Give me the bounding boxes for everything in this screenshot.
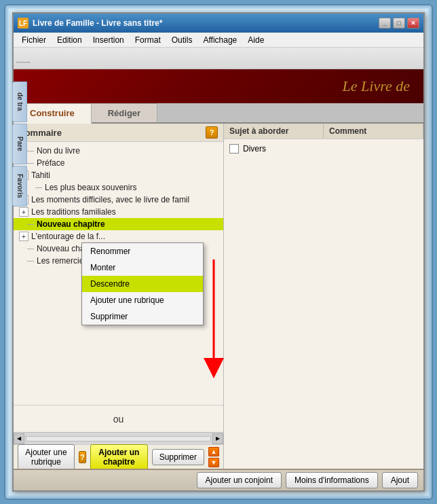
content-area: Sommaire ? Non du livre Préface + Ta bbox=[14, 124, 423, 469]
ajout-button[interactable]: Ajout bbox=[382, 472, 418, 488]
tree-item-tahiti[interactable]: + Tahiti bbox=[14, 169, 223, 181]
menu-format[interactable]: Format bbox=[130, 34, 166, 46]
tree-dash-icon bbox=[27, 163, 34, 164]
tree-item-label: Non du livre bbox=[37, 146, 80, 156]
tree-item-label: Les plus beaux souvenirs bbox=[45, 183, 136, 192]
tree-item-entourage[interactable]: + L'entourage de la f... bbox=[14, 230, 223, 242]
right-panel: Sujet à aborder Comment Divers bbox=[224, 124, 423, 469]
menu-outils[interactable]: Outils bbox=[166, 34, 198, 46]
expand-icon[interactable]: + bbox=[19, 232, 28, 241]
supprimer-button[interactable]: Supprimer bbox=[152, 449, 204, 465]
ctx-ajouter-rubrique[interactable]: Ajouter une rubrique bbox=[82, 292, 203, 308]
tree-item-label: Préface bbox=[37, 158, 64, 168]
ctx-monter[interactable]: Monter bbox=[82, 259, 203, 276]
menu-edition[interactable]: Edition bbox=[52, 34, 88, 46]
tree-item-souvenirs[interactable]: Les plus beaux souvenirs bbox=[14, 181, 223, 194]
side-tab-3[interactable]: Favoris bbox=[12, 166, 27, 206]
col-comment: Comment bbox=[324, 124, 423, 139]
tree-item-traditions[interactable]: + Les traditions familiales bbox=[14, 206, 223, 218]
menu-aide[interactable]: Aide bbox=[242, 34, 269, 46]
tab-rediger[interactable]: Rédiger bbox=[92, 103, 157, 122]
menubar: Fichier Edition Insertion Format Outils … bbox=[14, 33, 423, 48]
tree-dash-icon bbox=[27, 224, 34, 225]
tree-item-label: L'entourage de la f... bbox=[31, 232, 105, 241]
status-bar: Ajouter un conjoint Moins d'informations… bbox=[14, 469, 423, 490]
nav-up-button[interactable]: ▲ bbox=[208, 447, 219, 456]
right-panel-header: Sujet à aborder Comment bbox=[224, 124, 423, 139]
tree-dash-icon bbox=[27, 261, 34, 262]
horizontal-scrollbar[interactable]: ◀ ▶ bbox=[14, 432, 223, 444]
tree-dash-icon bbox=[27, 151, 34, 151]
navigation-buttons: ▲ ▼ bbox=[208, 447, 219, 467]
app-icon: LF bbox=[18, 18, 28, 29]
divers-checkbox[interactable] bbox=[229, 144, 239, 154]
tree-item-moments[interactable]: + Les moments difficiles, avec le livre … bbox=[14, 194, 223, 206]
bottom-ou-area: ou bbox=[14, 405, 223, 432]
side-tab-2[interactable]: Pare bbox=[12, 124, 27, 164]
tree-item-label: Les traditions familiales bbox=[31, 207, 116, 217]
tree-item-preface[interactable]: Préface bbox=[14, 157, 223, 169]
left-panel: Sommaire ? Non du livre Préface + Ta bbox=[14, 124, 224, 469]
titlebar: LF Livre de Famille - Livre sans titre* … bbox=[14, 14, 423, 33]
tree-item-label: Les moments difficiles, avec le livre de… bbox=[31, 195, 189, 204]
ou-text: ou bbox=[113, 414, 124, 425]
minimize-button[interactable]: _ bbox=[379, 18, 391, 29]
tabs-row: Construire Rédiger bbox=[14, 103, 423, 124]
menu-insertion[interactable]: Insertion bbox=[88, 34, 130, 46]
scroll-right-button[interactable]: ▶ bbox=[212, 433, 223, 444]
add-chapitre-button[interactable]: Ajouter un chapitre bbox=[90, 444, 148, 469]
sommaire-header: Sommaire ? bbox=[14, 124, 223, 142]
ctx-descendre[interactable]: Descendre bbox=[82, 276, 203, 292]
window-title: Livre de Famille - Livre sans titre* bbox=[33, 18, 379, 28]
tree-dash-icon bbox=[27, 249, 34, 249]
action-buttons-row: Ajouter une rubrique ? Ajouter un chapit… bbox=[14, 444, 223, 469]
tree-item-non-du-livre[interactable]: Non du livre bbox=[14, 145, 223, 157]
header-deco-text: Le Livre de bbox=[343, 77, 410, 95]
close-button[interactable]: ✕ bbox=[407, 18, 419, 29]
context-menu: Renommer Monter Descendre Ajouter une ru… bbox=[81, 242, 204, 325]
tree-item-label: Tahiti bbox=[31, 170, 50, 180]
header-decoration: Le Livre de bbox=[14, 69, 423, 103]
tree-item-label: Nouveau chapitre bbox=[37, 219, 105, 229]
divers-row: Divers bbox=[227, 142, 421, 156]
action-help-button[interactable]: ? bbox=[79, 451, 86, 463]
maximize-button[interactable]: □ bbox=[393, 18, 405, 29]
titlebar-buttons: _ □ ✕ bbox=[379, 18, 419, 29]
menu-fichier[interactable]: Fichier bbox=[16, 34, 52, 46]
tree-dash-icon bbox=[35, 187, 42, 188]
scroll-left-button[interactable]: ◀ bbox=[14, 433, 24, 444]
expand-icon[interactable]: + bbox=[19, 207, 28, 217]
main-window: LF Livre de Famille - Livre sans titre* … bbox=[12, 12, 425, 492]
ctx-supprimer[interactable]: Supprimer bbox=[82, 308, 203, 325]
nav-down-button[interactable]: ▼ bbox=[208, 458, 219, 467]
toolbar: ⎯⎯⎯ bbox=[14, 48, 423, 69]
scroll-track[interactable] bbox=[26, 436, 211, 442]
menu-affichage[interactable]: Affichage bbox=[197, 34, 242, 46]
help-button[interactable]: ? bbox=[206, 126, 218, 139]
tree-item-nouveau-chapitre[interactable]: Nouveau chapitre bbox=[14, 218, 223, 230]
toolbar-placeholder: ⎯⎯⎯ bbox=[16, 54, 31, 62]
ctx-renommer[interactable]: Renommer bbox=[82, 243, 203, 259]
col-sujet: Sujet à aborder bbox=[224, 124, 324, 139]
ajouter-conjoint-button[interactable]: Ajouter un conjoint bbox=[197, 472, 282, 488]
side-tab-1[interactable]: de tra bbox=[12, 82, 27, 122]
divers-label: Divers bbox=[243, 144, 266, 154]
right-content: Divers bbox=[224, 139, 423, 469]
add-rubrique-button[interactable]: Ajouter une rubrique bbox=[18, 444, 75, 469]
side-tabs: de tra Pare Favoris bbox=[12, 82, 27, 206]
moins-informations-button[interactable]: Moins d'informations bbox=[286, 472, 378, 488]
